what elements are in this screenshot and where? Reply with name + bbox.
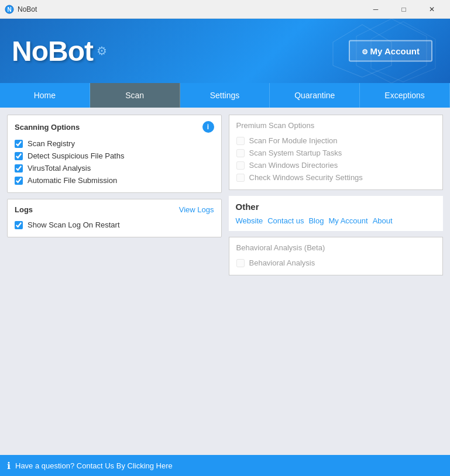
- blog-link[interactable]: Blog: [308, 216, 324, 225]
- other-section: Other Website Contact us Blog My Account…: [229, 196, 444, 231]
- scan-registry-checkbox[interactable]: [15, 140, 23, 148]
- premium-options-group: Premium Scan Options Scan For Module Inj…: [229, 115, 444, 190]
- window-controls: ─ □ ✕: [362, 1, 445, 18]
- right-panel: Premium Scan Options Scan For Module Inj…: [229, 115, 444, 448]
- my-account-link[interactable]: My Account: [328, 216, 367, 225]
- security-settings-item[interactable]: Check Windows Security Settings: [236, 171, 436, 184]
- svg-text:N: N: [7, 6, 11, 13]
- tab-scan[interactable]: Scan: [90, 83, 180, 108]
- detect-suspicious-checkbox[interactable]: [15, 152, 23, 160]
- auto-submit-checkbox[interactable]: [15, 177, 23, 185]
- status-bar-text: Have a question? Contact Us By Clicking …: [15, 461, 173, 470]
- behavioral-title: Behavioral Analysis (Beta): [236, 243, 436, 252]
- app-logo: NoBot ⚙: [12, 35, 107, 67]
- main-content: Scanning Options i Scan Registry Detect …: [0, 108, 450, 455]
- windows-dirs-checkbox[interactable]: [236, 161, 245, 170]
- tab-home[interactable]: Home: [0, 83, 90, 108]
- app-header: NoBot ⚙ My Account: [0, 19, 450, 83]
- restore-button[interactable]: □: [390, 1, 417, 18]
- info-icon[interactable]: i: [202, 121, 214, 133]
- left-panel: Scanning Options i Scan Registry Detect …: [7, 115, 222, 448]
- auto-submit-item[interactable]: Automatic File Submission: [15, 174, 214, 187]
- show-scan-log-item[interactable]: Show Scan Log On Restart: [15, 219, 214, 231]
- windows-dirs-item[interactable]: Scan Windows Directories: [236, 159, 436, 171]
- module-injection-checkbox[interactable]: [236, 137, 245, 145]
- close-button[interactable]: ✕: [418, 1, 445, 18]
- scanning-options-group: Scanning Options i Scan Registry Detect …: [7, 115, 222, 193]
- app-icon: N: [5, 5, 14, 14]
- tab-quarantine[interactable]: Quarantine: [270, 83, 360, 108]
- window-title: NoBot: [18, 5, 362, 13]
- status-bar-icon: ℹ: [7, 460, 11, 471]
- about-link[interactable]: About: [373, 216, 393, 225]
- view-logs-link[interactable]: View Logs: [179, 205, 214, 214]
- show-scan-log-checkbox[interactable]: [15, 221, 23, 229]
- contact-us-link[interactable]: Contact us: [267, 216, 304, 225]
- my-account-button[interactable]: My Account: [349, 40, 432, 62]
- module-injection-item[interactable]: Scan For Module Injection: [236, 134, 436, 147]
- tab-settings[interactable]: Settings: [180, 83, 270, 108]
- behavioral-group: Behavioral Analysis (Beta) Behavioral An…: [229, 237, 444, 275]
- minimize-button[interactable]: ─: [362, 1, 389, 18]
- logs-title: Logs: [15, 205, 33, 214]
- status-bar[interactable]: ℹ Have a question? Contact Us By Clickin…: [0, 455, 450, 476]
- other-links: Website Contact us Blog My Account About: [236, 216, 437, 225]
- tab-exceptions[interactable]: Exceptions: [360, 83, 450, 108]
- title-bar: N NoBot ─ □ ✕: [0, 0, 450, 19]
- virustotal-checkbox[interactable]: [15, 164, 23, 173]
- logs-group: Logs View Logs Show Scan Log On Restart: [7, 199, 222, 237]
- nav-tabs: Home Scan Settings Quarantine Exceptions: [0, 83, 450, 108]
- other-title: Other: [236, 202, 437, 212]
- behavioral-checkbox[interactable]: [236, 259, 245, 267]
- startup-tasks-item[interactable]: Scan System Startup Tasks: [236, 147, 436, 159]
- premium-options-title: Premium Scan Options: [236, 121, 436, 130]
- startup-tasks-checkbox[interactable]: [236, 149, 245, 157]
- virustotal-item[interactable]: VirusTotal Analysis: [15, 162, 214, 174]
- logo-text: NoBot: [12, 35, 93, 67]
- website-link[interactable]: Website: [236, 216, 263, 225]
- logo-icon: ⚙: [97, 44, 107, 58]
- security-settings-checkbox[interactable]: [236, 174, 245, 182]
- scanning-options-title: Scanning Options: [15, 123, 80, 132]
- detect-suspicious-item[interactable]: Detect Suspicious File Paths: [15, 150, 214, 162]
- behavioral-item[interactable]: Behavioral Analysis: [236, 257, 436, 269]
- scan-registry-item[interactable]: Scan Registry: [15, 137, 214, 150]
